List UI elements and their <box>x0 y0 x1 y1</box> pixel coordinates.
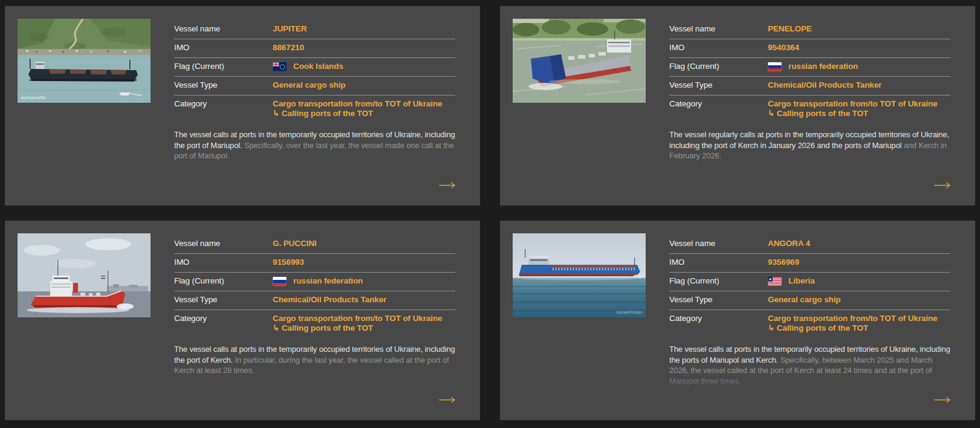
field-vessel-name: Vessel name G. PUCCINI <box>174 235 455 254</box>
tanker-river-photo-illustration <box>513 19 646 103</box>
vessel-type-value: General cargo ship <box>768 295 841 305</box>
vessel-details: Vessel name G. PUCCINI IMO 9156993 Flag … <box>174 235 455 389</box>
flag-value: Cook Islands <box>273 62 343 71</box>
vessel-card-g-puccini[interactable]: Vessel name G. PUCCINI IMO 9156993 Flag … <box>5 221 480 420</box>
imo-value: 8867210 <box>273 43 304 53</box>
long-right-arrow-icon <box>934 182 951 189</box>
vessel-card-grid: marinetraffic Vessel name JUPITER IMO 88… <box>5 6 975 420</box>
category-main: Cargo transportation from/to TOT of Ukra… <box>273 314 442 323</box>
field-vessel-type: Vessel Type Chemical/Oil Products Tanker <box>174 291 455 310</box>
field-imo: IMO 9156993 <box>174 254 455 273</box>
field-flag: Flag (Current) russian federation <box>174 273 455 291</box>
cook-islands-flag-icon <box>273 62 287 71</box>
vessel-description: The vessel calls at ports in the tempora… <box>174 129 455 174</box>
category-value: Cargo transportation from/to TOT of Ukra… <box>273 314 442 333</box>
vessel-card-jupiter[interactable]: marinetraffic Vessel name JUPITER IMO 88… <box>5 6 480 206</box>
field-vessel-name: Vessel name JUPITER <box>174 21 455 39</box>
details-arrow-button[interactable] <box>439 182 456 189</box>
category-main: Cargo transportation from/to TOT of Ukra… <box>768 314 937 323</box>
field-label: Vessel name <box>174 24 273 34</box>
long-right-arrow-icon <box>439 182 456 189</box>
field-label: Vessel Type <box>174 295 273 305</box>
imo-value: 9156993 <box>273 258 304 267</box>
liberia-flag-icon <box>768 277 782 286</box>
field-label: Vessel Type <box>669 80 768 90</box>
vessel-photo <box>513 19 646 103</box>
category-sub: ↳ Calling ports of the TOT <box>273 323 442 333</box>
field-label: Flag (Current) <box>669 62 768 71</box>
field-category: Category Cargo transportation from/to TO… <box>174 96 455 123</box>
blue-cargo-ship-photo-illustration <box>513 233 646 317</box>
field-vessel-type: Vessel Type General cargo ship <box>669 291 950 310</box>
vessel-name-value: G. PUCCINI <box>273 239 317 248</box>
vessel-details: Vessel name PENELOPE IMO 9540364 Flag (C… <box>669 21 950 174</box>
category-value: Cargo transportation from/to TOT of Ukra… <box>768 99 937 118</box>
vessel-name-value: ANGORA 4 <box>768 239 810 248</box>
vessel-type-value: General cargo ship <box>273 80 346 90</box>
field-label: Category <box>174 314 273 323</box>
vessel-name-value: PENELOPE <box>768 24 812 34</box>
flag-value: russian federation <box>768 62 858 71</box>
imo-value: 9540364 <box>768 43 799 53</box>
field-label: Vessel Type <box>669 295 768 305</box>
photo-watermark: VesselFinder <box>616 310 643 315</box>
red-tanker-photo-illustration <box>18 233 151 317</box>
field-vessel-name: Vessel name PENELOPE <box>669 21 950 39</box>
category-value: Cargo transportation from/to TOT of Ukra… <box>273 99 442 118</box>
cargo-ship-bay-photo-illustration <box>18 19 151 103</box>
vessel-photo <box>18 233 151 317</box>
field-label: Flag (Current) <box>174 62 273 71</box>
details-arrow-button[interactable] <box>934 182 951 189</box>
flag-value: Liberia <box>768 276 815 286</box>
field-label: IMO <box>669 258 768 267</box>
details-arrow-button[interactable] <box>439 397 456 403</box>
vessel-name-value: JUPITER <box>273 24 307 34</box>
field-label: Vessel name <box>174 239 273 248</box>
description-fade-overlay <box>174 373 455 389</box>
vessel-card-angora-4[interactable]: VesselFinder Vessel name ANGORA 4 IMO 93… <box>500 221 975 420</box>
field-flag: Flag (Current) Liberia <box>669 273 950 291</box>
flag-name: russian federation <box>293 276 363 286</box>
field-flag: Flag (Current) Cook Islands <box>174 58 455 77</box>
russia-flag-icon <box>768 62 782 71</box>
field-label: Category <box>669 314 768 323</box>
field-label: Vessel Type <box>174 80 273 90</box>
field-category: Category Cargo transportation from/to TO… <box>669 96 950 123</box>
field-flag: Flag (Current) russian federation <box>669 58 950 77</box>
field-vessel-type: Vessel Type Chemical/Oil Products Tanker <box>669 77 950 96</box>
vessel-type-value: Chemical/Oil Products Tanker <box>768 80 881 90</box>
field-label: Vessel name <box>669 239 768 248</box>
field-label: IMO <box>174 43 273 53</box>
flag-name: russian federation <box>788 62 858 71</box>
field-vessel-name: Vessel name ANGORA 4 <box>669 235 950 254</box>
category-main: Cargo transportation from/to TOT of Ukra… <box>768 99 937 108</box>
field-label: Flag (Current) <box>174 276 273 286</box>
vessel-details: Vessel name ANGORA 4 IMO 9356969 Flag (C… <box>669 235 950 389</box>
field-label: IMO <box>174 258 273 267</box>
field-imo: IMO 8867210 <box>174 39 455 58</box>
flag-name: Liberia <box>788 276 815 286</box>
vessel-type-value: Chemical/Oil Products Tanker <box>273 295 386 305</box>
imo-value: 9356969 <box>768 258 799 267</box>
category-main: Cargo transportation from/to TOT of Ukra… <box>273 99 442 108</box>
category-sub: ↳ Calling ports of the TOT <box>273 109 442 118</box>
vessel-card-penelope[interactable]: Vessel name PENELOPE IMO 9540364 Flag (C… <box>500 6 975 206</box>
vessel-description: The vessel calls at ports in the tempora… <box>669 344 950 389</box>
field-label: Category <box>669 99 768 109</box>
photo-watermark: marinetraffic <box>21 96 46 100</box>
category-sub: ↳ Calling ports of the TOT <box>768 109 937 118</box>
vessel-photo: VesselFinder <box>513 233 646 317</box>
flag-value: russian federation <box>273 276 363 286</box>
field-category: Category Cargo transportation from/to TO… <box>174 310 455 338</box>
vessel-photo: marinetraffic <box>18 19 151 103</box>
field-imo: IMO 9540364 <box>669 39 950 58</box>
russia-flag-icon <box>273 277 287 286</box>
field-label: IMO <box>669 43 768 53</box>
field-category: Category Cargo transportation from/to TO… <box>669 310 950 338</box>
vessel-description: The vessel regularly calls at ports in t… <box>669 129 950 174</box>
long-right-arrow-icon <box>934 397 951 403</box>
details-arrow-button[interactable] <box>934 397 951 403</box>
field-vessel-type: Vessel Type General cargo ship <box>174 77 455 96</box>
vessel-description: The vessel calls at ports in the tempora… <box>174 344 455 389</box>
vessel-details: Vessel name JUPITER IMO 8867210 Flag (Cu… <box>174 21 455 174</box>
